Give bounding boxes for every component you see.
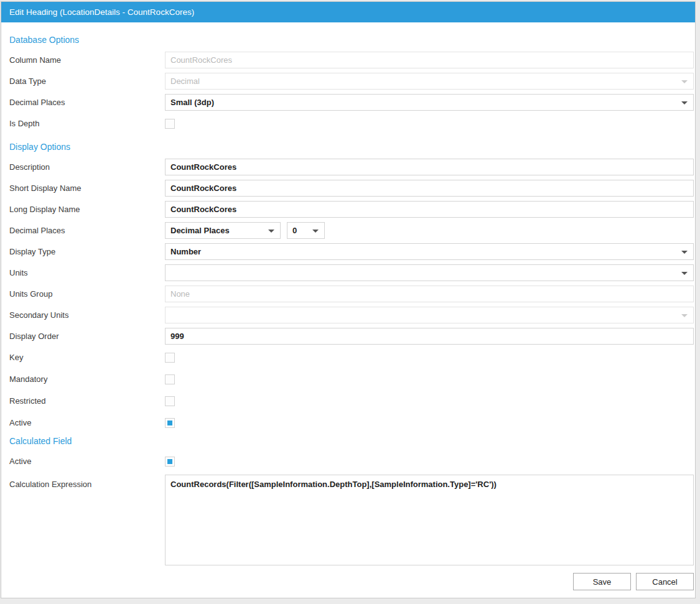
long-display-name-label: Long Display Name [9,205,165,214]
db-decimal-places-select[interactable]: Small (3dp) [165,94,694,111]
row-column-name: Column Name [9,52,694,68]
key-label: Key [9,353,165,362]
display-type-label: Display Type [9,247,165,256]
decimal-places-count-select[interactable]: 0 [287,222,325,239]
chevron-down-icon [681,251,688,254]
units-label: Units [9,268,165,277]
dialog-title: Edit Heading (LocationDetails - CountRoc… [9,7,194,17]
description-label: Description [9,162,165,172]
calc-active-label: Active [9,457,165,466]
restricted-checkbox[interactable] [165,396,175,406]
row-key: Key [9,349,694,366]
row-restricted: Restricted [9,393,694,409]
chevron-down-icon [681,80,688,83]
display-type-select[interactable]: Number [165,243,694,260]
row-secondary-units: Secondary Units [9,307,694,323]
row-display-type: Display Type Number [9,243,694,260]
units-group-label: Units Group [9,289,165,299]
long-display-name-input[interactable] [165,201,694,218]
is-depth-label: Is Depth [9,119,165,128]
restricted-label: Restricted [9,396,165,406]
row-display-order: Display Order [9,328,694,345]
row-active: Active [9,414,694,431]
display-order-input[interactable] [165,328,694,345]
is-depth-checkbox[interactable] [165,119,175,129]
mandatory-label: Mandatory [9,374,165,384]
active-label: Active [9,418,165,427]
secondary-units-select [165,307,694,323]
row-units-group: Units Group [9,286,694,302]
section-heading-calculated-field: Calculated Field [9,436,694,446]
chevron-down-icon [268,230,274,233]
secondary-units-label: Secondary Units [9,310,165,320]
section-heading-database-options: Database Options [9,35,694,45]
row-units: Units [9,264,694,281]
calculation-expression-textarea[interactable]: CountRecords(Filter([SampleInformation.D… [165,475,694,565]
section-heading-display-options: Display Options [9,142,694,152]
db-decimal-places-label: Decimal Places [9,98,165,107]
description-input[interactable] [165,159,694,175]
row-calc-active: Active [9,453,694,470]
row-mandatory: Mandatory [9,371,694,388]
key-checkbox[interactable] [165,353,175,363]
row-data-type: Data Type Decimal [9,73,694,90]
units-group-input [165,286,694,302]
row-short-display-name: Short Display Name [9,180,694,197]
short-display-name-input[interactable] [165,180,694,197]
row-display-decimal-places: Decimal Places Decimal Places 0 [9,222,694,239]
row-long-display-name: Long Display Name [9,201,694,218]
mandatory-checkbox[interactable] [165,374,175,384]
data-type-select: Decimal [165,73,694,90]
dialog-content: Database Options Column Name Data Type D… [1,35,695,590]
short-display-name-label: Short Display Name [9,184,165,193]
db-decimal-places-value: Small (3dp) [170,98,214,107]
calculation-expression-label: Calculation Expression [9,475,165,489]
row-is-depth: Is Depth [9,115,694,132]
edit-heading-dialog: Edit Heading (LocationDetails - CountRoc… [1,1,696,598]
data-type-label: Data Type [9,77,165,86]
chevron-down-icon [681,272,688,275]
decimal-places-mode-select[interactable]: Decimal Places [165,222,281,239]
active-checkbox[interactable] [165,418,175,428]
row-db-decimal-places: Decimal Places Small (3dp) [9,94,694,111]
display-order-label: Display Order [9,332,165,341]
row-description: Description [9,159,694,175]
data-type-value: Decimal [170,77,200,86]
display-type-value: Number [170,247,201,256]
cancel-button[interactable]: Cancel [636,573,694,590]
save-button[interactable]: Save [573,573,631,590]
dialog-titlebar: Edit Heading (LocationDetails - CountRoc… [1,2,695,22]
calc-active-checkbox[interactable] [165,457,175,467]
display-decimal-places-label: Decimal Places [9,226,165,235]
column-name-input [165,52,694,68]
units-select[interactable] [165,264,694,281]
column-name-label: Column Name [9,55,165,65]
chevron-down-icon [681,314,688,317]
decimal-places-count-value: 0 [292,226,297,235]
decimal-places-mode-value: Decimal Places [170,226,230,235]
chevron-down-icon [681,101,688,105]
chevron-down-icon [312,230,319,233]
row-calculation-expression: Calculation Expression CountRecords(Filt… [9,475,694,565]
dialog-button-bar: Save Cancel [9,573,694,590]
